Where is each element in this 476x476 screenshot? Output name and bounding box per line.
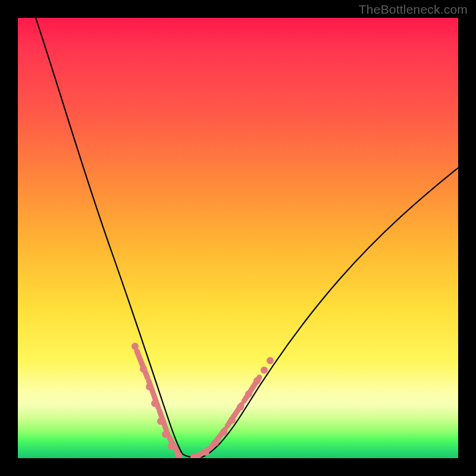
chart-frame: TheBottleneck.com [0,0,476,476]
svg-point-16 [261,367,268,374]
highlight-dots [131,343,274,458]
watermark-text: TheBottleneck.com [359,2,468,17]
svg-point-5 [162,431,169,438]
svg-point-9 [202,449,209,456]
svg-point-15 [253,377,261,384]
svg-point-14 [245,390,252,397]
svg-point-11 [220,428,227,436]
svg-point-17 [267,357,274,364]
svg-point-0 [131,343,139,350]
svg-point-13 [237,403,244,411]
plot-area [18,18,458,458]
svg-point-12 [228,416,236,424]
svg-point-6 [168,443,175,450]
svg-point-10 [212,439,219,446]
curve-layer [18,18,458,458]
svg-point-4 [157,418,164,425]
svg-point-1 [140,365,147,372]
svg-point-2 [146,383,153,390]
svg-point-3 [151,400,158,407]
